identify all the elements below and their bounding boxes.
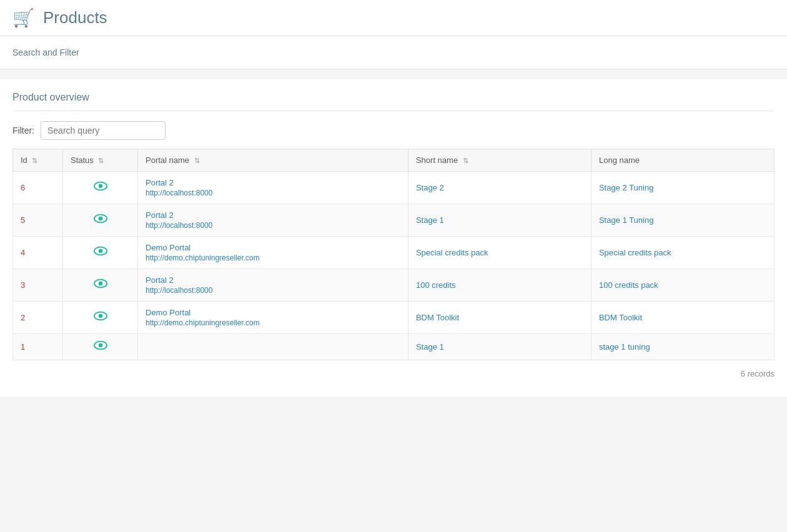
cell-status[interactable] [63,172,138,204]
sort-short-icon[interactable]: ⇅ [463,157,468,165]
search-filter-section: Search and Filter [0,36,787,69]
cell-long-name[interactable]: stage 1 tuning [591,334,774,360]
cell-status[interactable] [63,204,138,237]
portal-url-text[interactable]: http://localhost:8000 [146,286,400,295]
records-count: 6 records [12,369,775,378]
table-row: 6 Portal 2http://localhost:8000Stage 2St… [13,172,775,204]
section-title: Product overview [12,92,775,111]
page-title: Products [43,8,107,27]
portal-name-text[interactable]: Portal 2 [146,178,400,187]
cell-id[interactable]: 6 [13,172,63,204]
svg-point-3 [98,217,102,220]
sort-id-icon[interactable]: ⇅ [32,157,37,165]
main-content: Product overview Filter: Id ⇅ Status ⇅ P… [0,79,787,397]
cell-short-name[interactable]: Special credits pack [408,237,591,269]
cell-short-name[interactable]: 100 credits [408,269,591,302]
portal-url-text[interactable]: http://localhost:8000 [146,221,400,230]
cell-status[interactable] [63,334,138,360]
eye-icon[interactable] [94,214,107,227]
eye-icon[interactable] [94,246,107,259]
svg-point-9 [98,314,102,318]
eye-icon[interactable] [94,311,107,324]
cell-long-name[interactable]: Special credits pack [591,237,774,269]
cell-id[interactable]: 2 [13,302,63,334]
eye-icon[interactable] [94,278,107,292]
col-short-name-label: Short name [416,155,458,165]
cell-short-name[interactable]: Stage 1 [408,204,591,237]
col-id-label: Id [21,155,27,165]
table-row: 5 Portal 2http://localhost:8000Stage 1St… [13,204,775,237]
portal-name-text[interactable]: Portal 2 [146,275,400,285]
cell-id[interactable]: 5 [13,204,63,237]
cell-portal-name: Demo Portalhttp://demo.chiptuningreselle… [138,302,408,334]
cell-id[interactable]: 1 [13,334,63,360]
portal-url-text[interactable]: http://demo.chiptuningreseller.com [146,318,400,327]
products-table: Id ⇅ Status ⇅ Portal name ⇅ Short name ⇅… [12,149,775,360]
cell-long-name[interactable]: Stage 2 Tuning [591,172,774,204]
sort-portal-icon[interactable]: ⇅ [194,157,200,165]
eye-icon[interactable] [94,340,107,353]
cell-short-name[interactable]: Stage 1 [408,334,591,360]
col-portal-name[interactable]: Portal name ⇅ [138,149,408,172]
filter-label: Filter: [12,126,34,135]
table-row: 3 Portal 2http://localhost:8000100 credi… [13,269,775,302]
col-short-name[interactable]: Short name ⇅ [408,149,591,172]
cell-portal-name: Portal 2http://localhost:8000 [138,204,408,237]
cell-short-name[interactable]: BDM Toolkit [408,302,591,334]
portal-name-text[interactable]: Demo Portal [146,308,400,317]
cell-portal-name: Demo Portalhttp://demo.chiptuningreselle… [138,237,408,269]
col-long-name: Long name [591,149,774,172]
cell-id[interactable]: 3 [13,269,63,302]
col-status[interactable]: Status ⇅ [63,149,138,172]
cell-portal-name: Portal 2http://localhost:8000 [138,269,408,302]
search-input[interactable] [41,121,166,140]
col-status-label: Status [71,155,94,165]
cell-portal-name [138,334,408,360]
cell-long-name[interactable]: 100 credits pack [591,269,774,302]
cell-id[interactable]: 4 [13,237,63,269]
cell-status[interactable] [63,269,138,302]
eye-icon[interactable] [94,181,107,194]
col-id[interactable]: Id ⇅ [13,149,63,172]
col-portal-name-label: Portal name [146,155,189,165]
portal-name-text[interactable]: Demo Portal [146,243,400,252]
svg-point-1 [98,184,102,188]
svg-point-5 [98,249,102,253]
cell-long-name[interactable]: Stage 1 Tuning [591,204,774,237]
portal-url-text[interactable]: http://demo.chiptuningreseller.com [146,254,400,262]
cell-short-name[interactable]: Stage 2 [408,172,591,204]
page-header: 🛒 Products [0,0,787,36]
svg-point-7 [98,282,102,285]
search-filter-label[interactable]: Search and Filter [12,47,79,57]
table-row: 4 Demo Portalhttp://demo.chiptuningresel… [13,237,775,269]
table-header-row: Id ⇅ Status ⇅ Portal name ⇅ Short name ⇅… [13,149,775,172]
table-row: 1 Stage 1stage 1 tuning [13,334,775,360]
filter-row: Filter: [12,121,775,140]
cell-status[interactable] [63,302,138,334]
portal-name-text[interactable]: Portal 2 [146,210,400,220]
table-row: 2 Demo Portalhttp://demo.chiptuningresel… [13,302,775,334]
portal-url-text[interactable]: http://localhost:8000 [146,189,400,197]
sort-status-icon[interactable]: ⇅ [98,157,104,165]
svg-point-11 [98,343,102,347]
cell-status[interactable] [63,237,138,269]
cell-portal-name: Portal 2http://localhost:8000 [138,172,408,204]
cart-icon: 🛒 [12,7,34,28]
col-long-name-label: Long name [599,155,640,165]
cell-long-name[interactable]: BDM Toolkit [591,302,774,334]
